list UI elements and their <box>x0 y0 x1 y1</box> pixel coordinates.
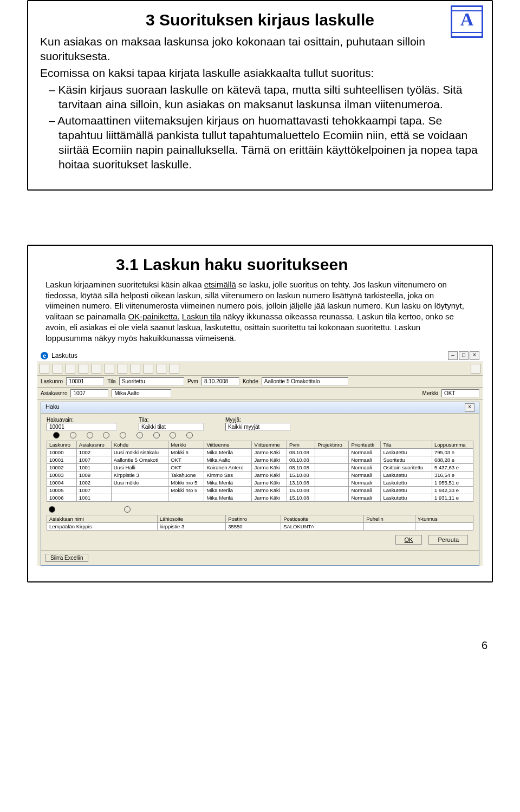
myyja-select[interactable]: Kaikki myyjät <box>225 423 290 431</box>
maximize-icon[interactable]: □ <box>459 351 469 360</box>
table-header[interactable]: Laskunro <box>47 441 77 449</box>
toolbar-button[interactable] <box>40 364 49 374</box>
table-cell <box>168 494 204 502</box>
table-header[interactable]: Lähiosoite <box>157 515 225 523</box>
table-row[interactable]: 100051007Mökki nro 5Mika MeriläJarmo Käk… <box>47 487 473 494</box>
toolbar-next-icon[interactable] <box>79 364 88 374</box>
table-header[interactable]: Viitteemme <box>252 441 287 449</box>
asiakasnro-field[interactable]: 1007 <box>70 389 108 397</box>
table-row[interactable]: 100011007Aallontie 5 OmakotiOKTMika Aalt… <box>47 456 473 464</box>
table-header[interactable]: Postinro <box>226 515 281 523</box>
table-header[interactable]: Puhelin <box>364 515 415 523</box>
hakuavain-input[interactable]: 10001 <box>47 423 117 431</box>
slide-2: 3.1 Laskun haku suoritukseen Laskun kirj… <box>27 245 493 583</box>
table-header[interactable]: Projektinro <box>315 441 349 449</box>
close-icon[interactable]: × <box>470 351 479 360</box>
table-header[interactable]: Asiakasnro <box>76 441 111 449</box>
table-cell: Aallontie 5 Omakoti <box>111 456 168 464</box>
table-header[interactable]: Tila <box>381 441 432 449</box>
slide1-intro1: Kun asiakas on maksaa laskunsa joko koko… <box>40 35 480 64</box>
radio-cust[interactable] <box>124 506 131 513</box>
results-table[interactable]: LaskunroAsiakasnroKohdeMerkkiViitteenneV… <box>47 441 473 502</box>
table-header[interactable]: Asiakkaan nimi <box>47 515 158 523</box>
table-row[interactable]: Lempäälän Kirppiskirppistie 335550SALOKU… <box>47 523 473 531</box>
haku-tila-select[interactable]: Kaikki tilat <box>139 423 204 431</box>
close-icon[interactable]: × <box>465 403 474 412</box>
merkki-field[interactable]: OKT <box>441 389 479 397</box>
radio-col[interactable] <box>53 432 60 438</box>
table-cell: kirppistie 3 <box>157 523 225 531</box>
table-cell: Mökki nro 5 <box>168 487 204 494</box>
table-header[interactable]: Y-tunnus <box>415 515 473 523</box>
laskunro-field[interactable]: 10001 <box>66 377 104 385</box>
toolbar-button[interactable] <box>144 364 153 374</box>
radio-col[interactable] <box>103 432 109 438</box>
table-header[interactable]: Merkki <box>168 441 204 449</box>
peruuta-button[interactable]: Peruuta <box>428 535 468 545</box>
toolbar-button[interactable] <box>131 364 140 374</box>
table-cell: 10000 <box>47 449 77 456</box>
table-cell: Normaali <box>349 487 381 494</box>
table-cell: Mika Aalto <box>204 456 252 464</box>
table-cell: 15.10.08 <box>287 494 315 502</box>
table-cell: 13.10.08 <box>287 479 315 487</box>
table-row[interactable]: 100031009Kirppistie 3TakahuoneKimmo SasJ… <box>47 472 473 479</box>
radio-col[interactable] <box>120 432 126 438</box>
toolbar-button[interactable] <box>471 364 480 374</box>
toolbar-button[interactable] <box>118 364 127 374</box>
table-header[interactable]: Viitteenne <box>204 441 252 449</box>
toolbar-button[interactable] <box>170 364 179 374</box>
ok-button[interactable]: OK <box>395 535 422 545</box>
table-cell: 1 955,51 e <box>432 479 473 487</box>
table-row[interactable]: 100001002Uusi mökki sisäkaluMökki 5Mika … <box>47 449 473 456</box>
radio-col[interactable] <box>153 432 160 438</box>
table-cell: Normaali <box>349 479 381 487</box>
table-cell <box>111 494 168 502</box>
table-row[interactable]: 100041002Uusi mökkiMökki nro 5Mika Meril… <box>47 479 473 487</box>
tila-field[interactable]: Suoritettu <box>119 377 184 385</box>
pvm-field[interactable]: 8.10.2008 <box>202 377 239 385</box>
toolbar-prev-icon[interactable] <box>66 364 75 374</box>
asiakas-name-field[interactable]: Mika Aalto <box>112 389 171 397</box>
table-header[interactable]: Prioriteetti <box>349 441 381 449</box>
radio-col[interactable] <box>70 432 76 438</box>
table-cell: Uusi mökki sisäkalu <box>111 449 168 456</box>
table-cell: 688,28 e <box>432 456 473 464</box>
radio-col[interactable] <box>170 432 176 438</box>
minimize-icon[interactable]: – <box>448 351 458 360</box>
radio-col[interactable] <box>186 432 193 438</box>
table-row[interactable]: 100021001Uusi HalliOKTKoiranen AnteroJar… <box>47 464 473 472</box>
toolbar-last-icon[interactable] <box>92 364 101 374</box>
siira-exceliin-button[interactable]: Siirrä Exceliin <box>46 554 88 562</box>
table-cell: 1002 <box>76 449 111 456</box>
table-cell: Normaali <box>349 494 381 502</box>
table-row[interactable]: 100061001Mika MeriläJarmo Käki15.10.08No… <box>47 494 473 502</box>
toolbar-button[interactable] <box>105 364 114 374</box>
table-cell: 10002 <box>47 464 77 472</box>
window-title: Laskutus <box>51 352 77 359</box>
table-cell: 1002 <box>76 479 111 487</box>
table-cell: Laskutettu <box>381 479 432 487</box>
radio-col[interactable] <box>136 432 143 438</box>
table-header[interactable]: Postiosoite <box>281 515 364 523</box>
slide2-paragraph: Laskun kirjaaminen suoritetuksi käsin al… <box>40 279 480 344</box>
table-header[interactable]: Kohde <box>111 441 168 449</box>
slide1-bullet1: Käsin kirjaus suoraan laskulle on kätevä… <box>58 83 480 112</box>
slide2-title: 3.1 Laskun haku suoritukseen <box>40 256 480 274</box>
toolbar-first-icon[interactable] <box>53 364 62 374</box>
haku-tila-label: Tila: <box>139 417 204 423</box>
table-header[interactable]: Loppusumma <box>432 441 473 449</box>
table-cell: Normaali <box>349 449 381 456</box>
table-cell: Osittain suoritettu <box>381 464 432 472</box>
slide-1: A 3 Suorituksen kirjaus laskulle Kun asi… <box>27 0 493 191</box>
radio-cust[interactable] <box>49 506 55 513</box>
laskutus-window: e Laskutus – □ × <box>37 349 483 567</box>
kohde-field[interactable]: Aallontie 5 Omakotitalo <box>262 377 348 385</box>
table-cell: Kimmo Sas <box>204 472 252 479</box>
toolbar-button[interactable] <box>157 364 166 374</box>
table-header[interactable]: Pvm <box>287 441 315 449</box>
kohde-label: Kohde <box>243 378 258 384</box>
radio-col[interactable] <box>87 432 93 438</box>
customer-table[interactable]: Asiakkaan nimiLähiosoitePostinroPostioso… <box>47 515 473 531</box>
table-cell: Mika Merilä <box>204 449 252 456</box>
